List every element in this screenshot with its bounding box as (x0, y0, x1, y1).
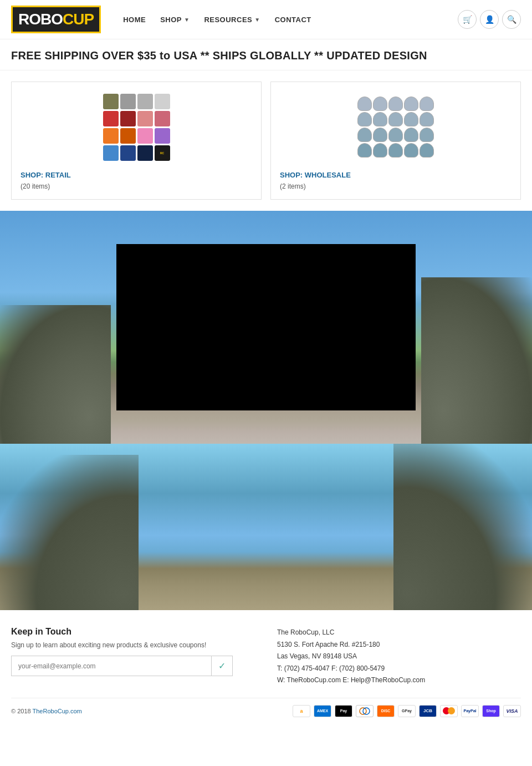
search-button[interactable]: 🔍 (502, 10, 521, 29)
wholesale-label[interactable]: SHOP: WHOLESALE (280, 171, 351, 179)
footer-newsletter: Keep in Touch Sign up to learn about exc… (11, 627, 255, 687)
retail-card: RC SHOP: RETAIL (20 items) (11, 82, 262, 200)
company-address1: 5130 S. Fort Apache Rd. #215-180 (277, 639, 521, 651)
nav-home[interactable]: HOME (117, 12, 151, 27)
account-button[interactable]: 👤 (480, 10, 499, 29)
wholesale-card: SHOP: WHOLESALE (2 items) (270, 82, 521, 200)
amazon-pay-icon: a (293, 705, 310, 717)
banner-text: FREE SHIPPING OVER $35 to USA ** SHIPS G… (11, 49, 521, 62)
retail-count: (20 items) (21, 182, 50, 190)
visa-icon: VISA (503, 705, 521, 717)
wholesale-count: (2 items) (280, 182, 306, 190)
logo[interactable]: ROBO CUP (11, 6, 101, 33)
company-address2: Las Vegas, NV 89148 USA (277, 651, 521, 663)
video-embed[interactable] (116, 244, 416, 410)
rocks-left (0, 305, 111, 444)
wholesale-image-area[interactable] (280, 91, 511, 163)
retail-label[interactable]: SHOP: RETAIL (21, 171, 71, 179)
diners-icon (356, 705, 374, 717)
signup-text: Sign up to learn about exciting new prod… (11, 641, 255, 649)
discover-icon: DISC (377, 705, 395, 717)
amex-icon: AMEX (314, 705, 331, 717)
shop-chevron-icon: ▼ (184, 17, 190, 23)
footer-top: Keep in Touch Sign up to learn about exc… (11, 627, 521, 687)
company-web-email: W: TheRoboCup.com E: Help@TheRoboCup.com (277, 674, 521, 687)
keep-in-touch-title: Keep in Touch (11, 627, 255, 637)
resources-chevron-icon: ▼ (254, 17, 260, 23)
beach2-rocks-left (0, 455, 139, 610)
nav-shop[interactable]: SHOP ▼ (155, 12, 195, 27)
beach2-rocks-right (393, 444, 532, 610)
nav-contact[interactable]: CONTACT (269, 12, 317, 27)
copyright-link[interactable]: TheRoboCup.com (33, 708, 82, 714)
jcb-icon: JCB (419, 705, 437, 717)
retail-product-grid: RC (103, 94, 170, 161)
apple-pay-icon: Pay (335, 705, 352, 717)
promo-banner: FREE SHIPPING OVER $35 to USA ** SHIPS G… (0, 39, 532, 70)
nav-icon-group: 🛒 👤 🔍 (458, 10, 521, 29)
beach-section-2 (0, 444, 532, 610)
mastercard-icon (440, 705, 458, 717)
rocks-right (421, 277, 532, 444)
logo-cup: CUP (63, 11, 94, 28)
company-name: The RoboCup, LLC (277, 627, 521, 639)
google-pay-icon: GPay (398, 705, 416, 717)
email-submit-button[interactable]: ✓ (211, 656, 232, 676)
shop-pay-icon: Shop (482, 705, 500, 717)
wholesale-product-grid (357, 97, 434, 158)
email-input[interactable] (12, 656, 211, 676)
nav-resources[interactable]: RESOURCES ▼ (198, 12, 265, 27)
paypal-icon: PayPal (461, 705, 479, 717)
cart-button[interactable]: 🛒 (458, 10, 477, 29)
site-header: ROBO CUP HOME SHOP ▼ RESOURCES ▼ CONTACT… (0, 0, 532, 39)
retail-image-area[interactable]: RC (21, 91, 252, 163)
email-signup-row: ✓ (11, 656, 233, 676)
shop-cards-container: RC SHOP: RETAIL (20 items) (0, 70, 532, 211)
logo-robo: ROBO (18, 11, 63, 28)
video-section (0, 211, 532, 444)
footer-contact-info: The RoboCup, LLC 5130 S. Fort Apache Rd.… (277, 627, 521, 687)
site-footer: Keep in Touch Sign up to learn about exc… (0, 610, 532, 726)
main-nav: HOME SHOP ▼ RESOURCES ▼ CONTACT (117, 12, 458, 27)
payment-icons-group: a AMEX Pay DISC GPay JCB PayPal Shop VIS… (293, 705, 521, 717)
company-phone: T: (702) 475-4047 F: (702) 800-5479 (277, 663, 521, 675)
footer-bottom: © 2018 TheRoboCup.com a AMEX Pay DISC GP… (11, 698, 521, 717)
copyright-text: © 2018 TheRoboCup.com (11, 708, 82, 714)
